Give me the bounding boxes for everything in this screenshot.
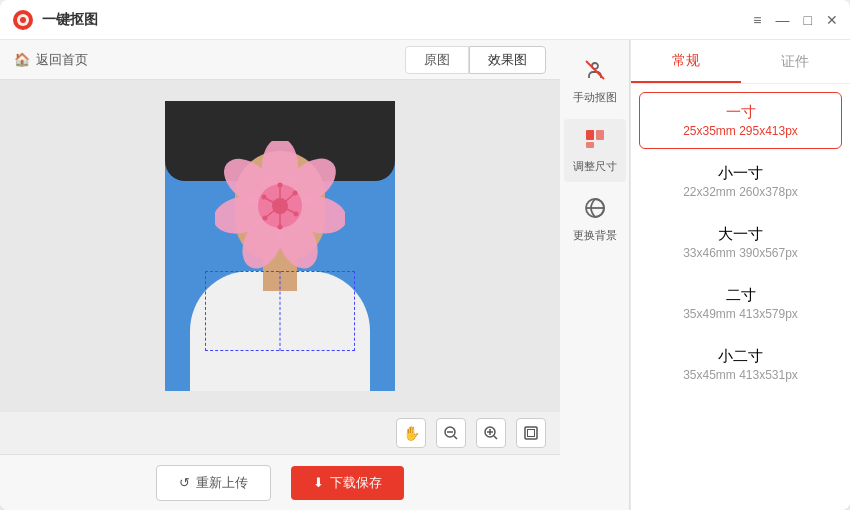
size-detail-1: 22x32mm 260x378px <box>654 185 827 199</box>
svg-rect-34 <box>586 130 594 140</box>
zoom-in-button[interactable] <box>476 418 506 448</box>
content-area: 🏠 返回首页 原图 效果图 <box>0 40 850 510</box>
svg-point-19 <box>278 225 283 230</box>
size-item-1[interactable]: 小一寸 22x32mm 260x378px <box>639 153 842 210</box>
main-area: 🏠 返回首页 原图 效果图 <box>0 40 560 510</box>
size-name-4: 小二寸 <box>654 347 827 366</box>
tab-original[interactable]: 原图 <box>405 46 469 74</box>
tab-normal[interactable]: 常规 <box>631 40 741 83</box>
size-detail-4: 35x45mm 413x531px <box>654 368 827 382</box>
size-item-4[interactable]: 小二寸 35x45mm 413x531px <box>639 336 842 393</box>
svg-point-23 <box>262 195 267 200</box>
menu-button[interactable]: ≡ <box>753 13 761 27</box>
view-tabs: 原图 效果图 <box>405 46 546 74</box>
close-button[interactable]: ✕ <box>826 13 838 27</box>
canvas-area <box>0 80 560 412</box>
right-toolbar: 手动抠图 调整尺寸 更换背景 <box>560 40 630 510</box>
svg-line-26 <box>454 436 457 439</box>
manual-crop-tool[interactable]: 手动抠图 <box>564 50 626 113</box>
size-detail-2: 33x46mm 390x567px <box>654 246 827 260</box>
size-item-3[interactable]: 二寸 35x49mm 413x579px <box>639 275 842 332</box>
tab-effect[interactable]: 效果图 <box>469 46 546 74</box>
change-bg-icon <box>583 196 607 225</box>
maximize-button[interactable]: □ <box>804 13 812 27</box>
download-button[interactable]: ⬇ 下载保存 <box>291 466 404 500</box>
adjust-size-icon <box>583 127 607 156</box>
size-name-0: 一寸 <box>654 103 827 122</box>
back-button[interactable]: 🏠 返回首页 <box>14 51 88 69</box>
photo-container <box>165 101 395 391</box>
size-list: 一寸 25x35mm 295x413px 小一寸 22x32mm 260x378… <box>631 84 850 510</box>
top-nav: 🏠 返回首页 原图 效果图 <box>0 40 560 80</box>
flower-overlay <box>215 141 345 271</box>
app-title: 一键抠图 <box>42 11 98 29</box>
photo-background <box>165 101 395 391</box>
svg-point-17 <box>294 212 299 217</box>
fit-screen-button[interactable] <box>516 418 546 448</box>
zoom-out-button[interactable] <box>436 418 466 448</box>
change-bg-label: 更换背景 <box>573 228 617 243</box>
home-icon: 🏠 <box>14 52 30 67</box>
app-logo-icon <box>12 9 34 31</box>
minimize-button[interactable]: — <box>776 13 790 27</box>
reupload-button[interactable]: ↺ 重新上传 <box>156 465 271 501</box>
svg-point-15 <box>293 191 298 196</box>
size-item-0[interactable]: 一寸 25x35mm 295x413px <box>639 92 842 149</box>
app-window: 一键抠图 ≡ — □ ✕ 🏠 返回首页 原图 效果图 <box>0 0 850 510</box>
app-logo: 一键抠图 <box>12 9 98 31</box>
size-name-1: 小一寸 <box>654 164 827 183</box>
adjust-size-label: 调整尺寸 <box>573 159 617 174</box>
svg-rect-31 <box>525 427 537 439</box>
manual-crop-icon <box>583 58 607 87</box>
download-icon: ⬇ <box>313 475 324 490</box>
svg-rect-36 <box>586 142 594 148</box>
manual-crop-label: 手动抠图 <box>573 90 617 105</box>
svg-rect-35 <box>596 130 604 140</box>
svg-point-2 <box>20 17 26 23</box>
titlebar: 一键抠图 ≡ — □ ✕ <box>0 0 850 40</box>
change-bg-tool[interactable]: 更换背景 <box>564 188 626 251</box>
crop-line-vertical <box>280 271 281 351</box>
svg-line-30 <box>494 436 497 439</box>
action-bar: ↺ 重新上传 ⬇ 下载保存 <box>0 454 560 510</box>
adjust-size-tool[interactable]: 调整尺寸 <box>564 119 626 182</box>
svg-rect-32 <box>528 430 535 437</box>
reupload-icon: ↺ <box>179 475 190 490</box>
right-panel: 常规 证件 一寸 25x35mm 295x413px 小一寸 22x32mm 2… <box>630 40 850 510</box>
svg-point-13 <box>278 183 283 188</box>
size-name-3: 二寸 <box>654 286 827 305</box>
size-detail-0: 25x35mm 295x413px <box>654 124 827 138</box>
tab-id[interactable]: 证件 <box>741 40 851 83</box>
hand-tool-button[interactable]: ✋ <box>396 418 426 448</box>
canvas-toolbar: ✋ <box>0 412 560 454</box>
panel-tabs: 常规 证件 <box>631 40 850 84</box>
window-controls: ≡ — □ ✕ <box>753 13 838 27</box>
size-name-2: 大一寸 <box>654 225 827 244</box>
svg-point-21 <box>263 216 268 221</box>
size-detail-3: 35x49mm 413x579px <box>654 307 827 321</box>
size-item-2[interactable]: 大一寸 33x46mm 390x567px <box>639 214 842 271</box>
